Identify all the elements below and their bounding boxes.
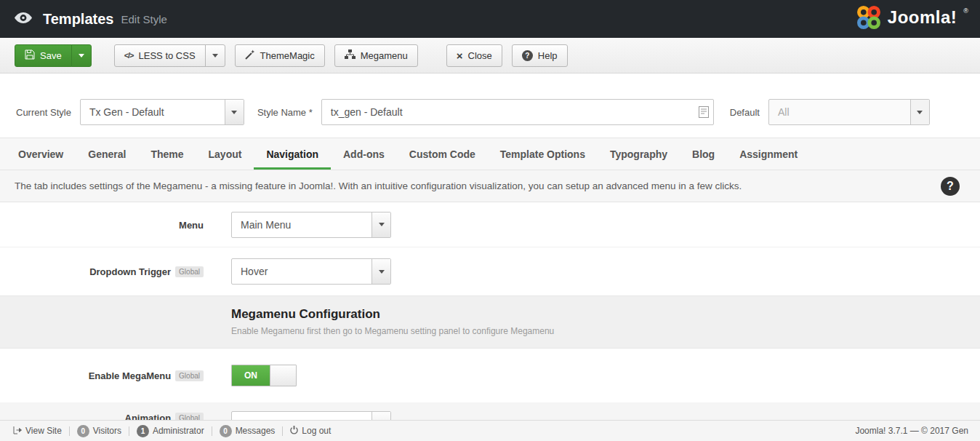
dropdown-trigger-select[interactable]: Hover — [231, 258, 391, 285]
tab-typography[interactable]: Typography — [598, 138, 680, 170]
messages-link[interactable]: 0 Messages — [215, 425, 280, 437]
tab-template-options[interactable]: Template Options — [488, 138, 598, 170]
messages-count-badge: 0 — [220, 425, 232, 437]
view-site-link[interactable]: View Site — [9, 426, 66, 437]
info-bar: The tab includes settings of the Megamen… — [0, 170, 980, 202]
help-button[interactable]: ? Help — [512, 44, 568, 67]
section-title: Megamenu Configuration — [231, 307, 980, 322]
tab-navigation[interactable]: Navigation — [254, 138, 331, 170]
dropdown-trigger-row: Dropdown TriggerGlobal Hover — [0, 247, 980, 295]
less-to-css-label: LESS to CSS — [139, 50, 196, 61]
tab-general[interactable]: General — [76, 138, 138, 170]
current-style-select[interactable]: Tx Gen - Default — [80, 99, 244, 125]
tab-blog[interactable]: Blog — [680, 138, 727, 170]
header-title-group: Templates Edit Style — [15, 11, 167, 28]
messages-label: Messages — [236, 426, 276, 436]
view-site-label: View Site — [25, 426, 62, 436]
logout-link[interactable]: Log out — [286, 426, 335, 437]
save-button-label: Save — [40, 50, 62, 61]
global-badge: Global — [175, 370, 204, 381]
status-bar: View Site 0 Visitors 1 Administrator 0 M… — [0, 420, 980, 441]
default-select-value: All — [769, 100, 910, 124]
joomla-version-text: Joomla! 3.7.1 — © 2017 Gen — [855, 426, 971, 436]
tab-layout[interactable]: Layout — [196, 138, 254, 170]
enable-megamenu-label: Enable MegaMenu — [89, 370, 171, 381]
help-circle-icon[interactable]: ? — [941, 177, 960, 196]
admin-header: Templates Edit Style Joomla! ® — [0, 0, 980, 38]
save-icon — [25, 49, 35, 62]
tab-add-ons[interactable]: Add-ons — [331, 138, 397, 170]
joomla-logo-icon — [856, 4, 882, 33]
toggle-handle — [270, 365, 296, 386]
megamenu-label: Megamenu — [361, 50, 408, 61]
help-icon: ? — [522, 50, 533, 61]
tab-assignment[interactable]: Assignment — [727, 138, 810, 170]
default-label: Default — [730, 107, 760, 118]
templates-edit-style-page: Templates Edit Style Joomla! ® S — [0, 0, 980, 441]
tab-custom-code[interactable]: Custom Code — [397, 138, 488, 170]
chevron-down-icon — [212, 54, 218, 57]
current-style-label: Current Style — [16, 107, 71, 118]
visitors-count-badge: 0 — [77, 425, 89, 437]
toolbar: Save </> LESS to CSS ThemeMagic Megamenu — [0, 38, 980, 74]
thememagic-button[interactable]: ThemeMagic — [235, 44, 325, 67]
menu-select[interactable]: Main Menu — [231, 212, 391, 238]
help-label: Help — [538, 50, 558, 61]
external-link-icon — [13, 426, 22, 437]
close-button[interactable]: × Close — [446, 44, 502, 67]
code-icon: </> — [124, 51, 134, 60]
chevron-down-icon — [225, 100, 244, 124]
chevron-down-icon — [371, 259, 390, 284]
administrator-count-badge: 1 — [137, 425, 149, 437]
menu-label: Menu — [179, 220, 204, 231]
navigation-settings-form: Menu Main Menu Dropdown TriggerGlobal Ho… — [0, 202, 980, 441]
current-style-value: Tx Gen - Default — [81, 100, 225, 124]
chevron-down-icon — [371, 212, 390, 237]
enable-megamenu-row: Enable MegaMenuGlobal ON — [0, 349, 980, 402]
menu-row: Menu Main Menu — [0, 202, 980, 247]
page-subtitle: Edit Style — [121, 13, 166, 25]
visitors-link[interactable]: 0 Visitors — [73, 425, 126, 437]
divider — [282, 426, 283, 436]
dropdown-trigger-label: Dropdown Trigger — [89, 266, 171, 277]
eye-icon — [15, 12, 32, 26]
menu-select-value: Main Menu — [232, 212, 371, 237]
dropdown-trigger-value: Hover — [232, 259, 371, 284]
megamenu-button[interactable]: Megamenu — [334, 44, 418, 67]
info-text: The tab includes settings of the Megamen… — [15, 180, 742, 191]
enable-megamenu-toggle[interactable]: ON — [231, 365, 297, 386]
save-button-group: Save — [15, 44, 92, 67]
magic-wand-icon — [245, 49, 255, 62]
thememagic-label: ThemeMagic — [260, 50, 315, 61]
global-badge: Global — [175, 266, 204, 277]
less-to-css-button-group: </> LESS to CSS — [114, 44, 225, 67]
save-dropdown-toggle[interactable] — [71, 44, 92, 67]
close-icon: × — [457, 50, 463, 61]
default-select[interactable]: All — [768, 99, 930, 125]
tab-overview[interactable]: Overview — [6, 138, 76, 170]
chevron-down-icon — [910, 100, 929, 124]
logout-label: Log out — [302, 426, 331, 436]
style-name-label: Style Name * — [257, 107, 313, 118]
administrator-label: Administrator — [153, 426, 204, 436]
power-icon — [290, 426, 298, 437]
joomla-logo-text: Joomla! — [888, 4, 957, 31]
less-to-css-button[interactable]: </> LESS to CSS — [114, 44, 206, 67]
less-to-css-dropdown-toggle[interactable] — [205, 44, 225, 67]
chevron-down-icon — [79, 54, 84, 57]
section-subtitle: Enable Megamenu first then go to Megamen… — [231, 326, 980, 336]
style-name-field — [321, 99, 714, 125]
visitors-label: Visitors — [93, 426, 121, 436]
joomla-logo: Joomla! ® — [856, 4, 968, 33]
administrator-link[interactable]: 1 Administrator — [132, 425, 209, 437]
registered-mark: ® — [963, 7, 968, 15]
style-bar: Current Style Tx Gen - Default Style Nam… — [0, 74, 980, 138]
save-button[interactable]: Save — [15, 44, 72, 67]
tab-theme[interactable]: Theme — [138, 138, 196, 170]
keyboard-icon — [699, 106, 709, 121]
style-name-input[interactable] — [321, 99, 714, 125]
divider — [69, 426, 70, 436]
sitemap-icon — [345, 49, 356, 61]
divider — [212, 426, 212, 436]
megamenu-configuration-section: Megamenu Configuration Enable Megamenu f… — [0, 295, 980, 349]
